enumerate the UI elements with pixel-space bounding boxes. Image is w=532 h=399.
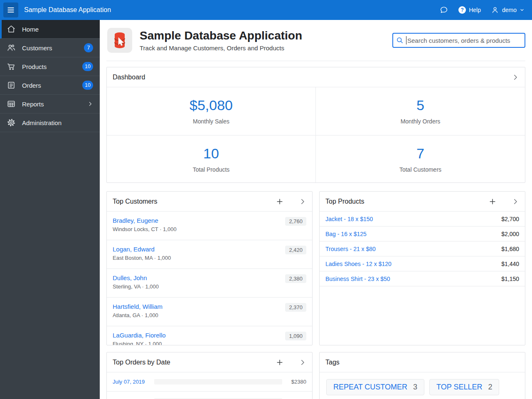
- product-link[interactable]: Trousers - 21 x $80: [325, 246, 376, 252]
- orders-icon: [7, 81, 16, 90]
- home-icon: [7, 25, 16, 34]
- tags-card: Tags REPEAT CUSTOMER 3 TOP SELLER 2: [319, 352, 525, 399]
- topbar: Sample Database Application ? Help demo: [0, 0, 532, 20]
- add-customer-button[interactable]: [276, 197, 284, 206]
- top-products-open-button[interactable]: [512, 198, 519, 205]
- top-orders-card: Top Orders by Date July 07, 2019 $2380 J…: [106, 352, 313, 399]
- sidebar-item-label: Reports: [22, 101, 44, 108]
- order-bar: [154, 379, 282, 384]
- add-product-button[interactable]: [488, 197, 497, 206]
- tag-chip-top-seller[interactable]: TOP SELLER 2: [429, 379, 499, 395]
- plus-icon: [488, 197, 497, 206]
- product-link[interactable]: Jacket - 18 x $150: [325, 216, 373, 222]
- stat-label: Total Customers: [399, 166, 441, 173]
- top-products-card: Top Products Jacket - 18 x $150 $2,700 B…: [319, 191, 525, 345]
- order-row: July 07, 2019 $2380: [107, 372, 312, 392]
- sidebar-item-label: Home: [22, 26, 39, 33]
- order-row: June 29, 2019 $1920: [107, 392, 312, 399]
- top-customers-open-button[interactable]: [299, 198, 306, 205]
- help-label: Help: [469, 7, 481, 13]
- product-link[interactable]: Ladies Shoes - 12 x $120: [325, 261, 392, 267]
- customer-location: Sterling, VA · 1,000: [113, 283, 306, 290]
- stat-total-products: 10 Total Products: [107, 135, 316, 183]
- product-row: Business Shirt - 23 x $50 $1,150: [320, 271, 525, 286]
- sidebar-item-products[interactable]: Products 10: [0, 57, 100, 76]
- tag-count: 2: [488, 383, 492, 392]
- help-button[interactable]: ? Help: [458, 6, 481, 14]
- hamburger-icon: [7, 6, 15, 14]
- customer-value-badge: 2,370: [285, 303, 306, 312]
- order-date-link[interactable]: July 07, 2019: [113, 379, 154, 385]
- gear-icon: [7, 118, 16, 127]
- user-menu[interactable]: demo: [491, 6, 525, 14]
- order-total: $2380: [288, 379, 306, 385]
- cart-icon: [7, 62, 16, 71]
- stat-monthly-sales: $5,080 Monthly Sales: [107, 87, 316, 135]
- top-orders-open-button[interactable]: [299, 359, 306, 366]
- chevron-right-icon: [512, 198, 519, 205]
- chevron-right-icon: [512, 74, 519, 81]
- top-products-title: Top Products: [325, 198, 364, 205]
- sidebar-item-customers[interactable]: Customers 7: [0, 39, 100, 57]
- chat-button[interactable]: [439, 5, 448, 15]
- help-icon: ?: [458, 6, 466, 14]
- sidebar-item-home[interactable]: Home: [0, 20, 100, 39]
- customer-row: Dulles, John Sterling, VA · 1,000 2,380: [107, 269, 312, 298]
- page-title: Sample Database Application: [140, 29, 302, 42]
- customer-link[interactable]: Dulles, John: [113, 274, 306, 281]
- user-label: demo: [502, 7, 517, 13]
- tag-count: 3: [413, 383, 417, 392]
- customer-location: Flushing, NY · 1,000: [113, 341, 306, 345]
- top-customers-card: Top Customers Bradley, Eugene Windsor Lo…: [106, 191, 313, 345]
- search-input[interactable]: [392, 33, 525, 48]
- stat-value: 7: [416, 145, 424, 162]
- plus-icon: [276, 197, 284, 206]
- customer-location: Windsor Locks, CT · 1,000: [113, 226, 306, 232]
- stat-total-customers: 7 Total Customers: [316, 135, 525, 183]
- reports-icon: [7, 99, 16, 108]
- top-products-header: Top Products: [320, 192, 525, 212]
- product-total: $2,700: [501, 216, 519, 222]
- product-row: Jacket - 18 x $150 $2,700: [320, 212, 525, 227]
- customer-link[interactable]: Logan, Edward: [113, 246, 306, 253]
- dashboard-header: Dashboard: [107, 67, 525, 87]
- chat-icon: [439, 5, 448, 15]
- user-icon: [491, 6, 499, 14]
- customer-value-badge: 1,090: [285, 332, 306, 340]
- sidebar-item-orders[interactable]: Orders 10: [0, 76, 100, 95]
- product-total: $1,440: [501, 261, 519, 267]
- topbar-title: Sample Database Application: [24, 6, 111, 14]
- customer-link[interactable]: LaGuardia, Fiorello: [113, 332, 306, 339]
- product-link[interactable]: Bag - 16 x $125: [325, 231, 367, 237]
- sidebar: Home Customers 7 Products 10 Orders 10 R…: [0, 20, 100, 399]
- customer-location: Atlanta, GA · 1,000: [113, 312, 306, 318]
- products-count-badge: 10: [82, 62, 93, 71]
- app-header: Sample Database Application Track and Ma…: [106, 20, 525, 61]
- customer-link[interactable]: Hartsfield, William: [113, 303, 306, 310]
- add-order-button[interactable]: [276, 358, 284, 367]
- customer-row: Bradley, Eugene Windsor Locks, CT · 1,00…: [107, 212, 312, 240]
- stat-label: Monthly Sales: [193, 118, 229, 125]
- menu-button[interactable]: [3, 2, 18, 17]
- sidebar-item-label: Orders: [22, 82, 41, 89]
- product-row: Bag - 16 x $125 $2,000: [320, 227, 525, 241]
- sidebar-item-administration[interactable]: Administration: [0, 113, 100, 132]
- top-customers-title: Top Customers: [113, 198, 158, 205]
- dashboard-open-button[interactable]: [512, 74, 519, 81]
- tag-label: REPEAT CUSTOMER: [333, 383, 407, 392]
- stat-value: 5: [416, 97, 424, 113]
- stat-label: Monthly Orders: [401, 118, 441, 125]
- stat-value: 10: [203, 145, 219, 162]
- sidebar-item-reports[interactable]: Reports: [0, 95, 100, 113]
- text-caret: [406, 36, 406, 44]
- top-customers-header: Top Customers: [107, 192, 312, 212]
- orders-count-badge: 10: [82, 81, 93, 90]
- product-total: $1,150: [501, 276, 519, 282]
- tag-chip-repeat-customer[interactable]: REPEAT CUSTOMER 3: [326, 379, 424, 395]
- customer-value-badge: 2,380: [285, 274, 306, 283]
- product-total: $1,680: [501, 246, 519, 252]
- app-database-icon: [107, 28, 132, 53]
- customer-link[interactable]: Bradley, Eugene: [113, 217, 306, 224]
- product-link[interactable]: Business Shirt - 23 x $50: [325, 276, 390, 282]
- search-icon: [396, 36, 404, 44]
